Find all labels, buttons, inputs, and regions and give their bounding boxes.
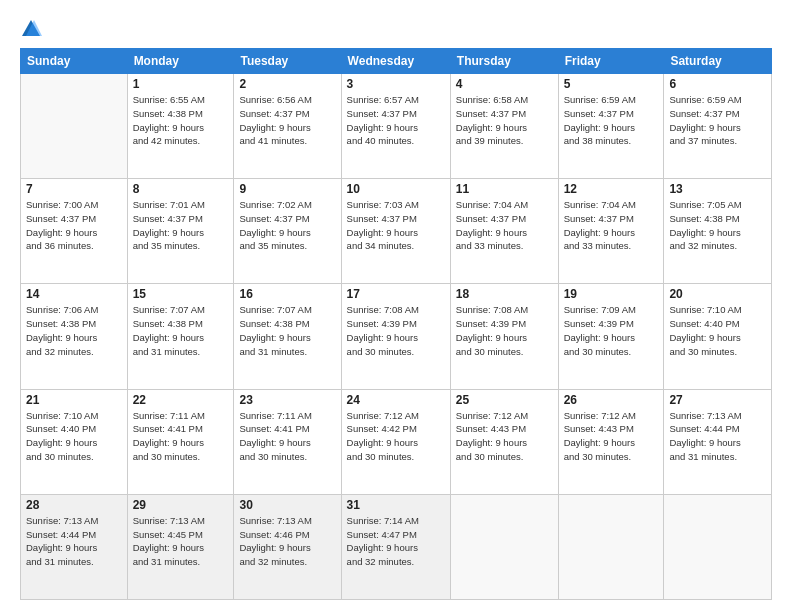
calendar-cell: 26Sunrise: 7:12 AMSunset: 4:43 PMDayligh… bbox=[558, 389, 664, 494]
day-number: 11 bbox=[456, 182, 553, 196]
calendar-cell: 13Sunrise: 7:05 AMSunset: 4:38 PMDayligh… bbox=[664, 179, 772, 284]
day-info: Sunrise: 7:04 AMSunset: 4:37 PMDaylight:… bbox=[564, 198, 659, 253]
day-info: Sunrise: 7:01 AMSunset: 4:37 PMDaylight:… bbox=[133, 198, 229, 253]
day-info: Sunrise: 7:07 AMSunset: 4:38 PMDaylight:… bbox=[239, 303, 335, 358]
day-number: 17 bbox=[347, 287, 445, 301]
calendar-cell: 30Sunrise: 7:13 AMSunset: 4:46 PMDayligh… bbox=[234, 494, 341, 599]
calendar-cell: 14Sunrise: 7:06 AMSunset: 4:38 PMDayligh… bbox=[21, 284, 128, 389]
day-number: 10 bbox=[347, 182, 445, 196]
calendar-cell: 24Sunrise: 7:12 AMSunset: 4:42 PMDayligh… bbox=[341, 389, 450, 494]
day-info: Sunrise: 7:06 AMSunset: 4:38 PMDaylight:… bbox=[26, 303, 122, 358]
day-info: Sunrise: 7:13 AMSunset: 4:44 PMDaylight:… bbox=[26, 514, 122, 569]
day-number: 1 bbox=[133, 77, 229, 91]
day-number: 25 bbox=[456, 393, 553, 407]
day-number: 22 bbox=[133, 393, 229, 407]
day-info: Sunrise: 7:05 AMSunset: 4:38 PMDaylight:… bbox=[669, 198, 766, 253]
calendar-header-friday: Friday bbox=[558, 49, 664, 74]
calendar-week-row: 14Sunrise: 7:06 AMSunset: 4:38 PMDayligh… bbox=[21, 284, 772, 389]
day-number: 4 bbox=[456, 77, 553, 91]
day-number: 9 bbox=[239, 182, 335, 196]
calendar-cell: 15Sunrise: 7:07 AMSunset: 4:38 PMDayligh… bbox=[127, 284, 234, 389]
day-number: 12 bbox=[564, 182, 659, 196]
day-info: Sunrise: 6:56 AMSunset: 4:37 PMDaylight:… bbox=[239, 93, 335, 148]
day-info: Sunrise: 6:59 AMSunset: 4:37 PMDaylight:… bbox=[669, 93, 766, 148]
calendar-cell: 11Sunrise: 7:04 AMSunset: 4:37 PMDayligh… bbox=[450, 179, 558, 284]
day-info: Sunrise: 7:13 AMSunset: 4:44 PMDaylight:… bbox=[669, 409, 766, 464]
day-number: 15 bbox=[133, 287, 229, 301]
day-number: 24 bbox=[347, 393, 445, 407]
calendar-header-thursday: Thursday bbox=[450, 49, 558, 74]
calendar-cell: 17Sunrise: 7:08 AMSunset: 4:39 PMDayligh… bbox=[341, 284, 450, 389]
day-number: 28 bbox=[26, 498, 122, 512]
calendar-cell: 3Sunrise: 6:57 AMSunset: 4:37 PMDaylight… bbox=[341, 74, 450, 179]
calendar-cell: 19Sunrise: 7:09 AMSunset: 4:39 PMDayligh… bbox=[558, 284, 664, 389]
day-info: Sunrise: 6:59 AMSunset: 4:37 PMDaylight:… bbox=[564, 93, 659, 148]
calendar-header-tuesday: Tuesday bbox=[234, 49, 341, 74]
day-number: 14 bbox=[26, 287, 122, 301]
day-number: 8 bbox=[133, 182, 229, 196]
calendar-table: SundayMondayTuesdayWednesdayThursdayFrid… bbox=[20, 48, 772, 600]
calendar-week-row: 28Sunrise: 7:13 AMSunset: 4:44 PMDayligh… bbox=[21, 494, 772, 599]
calendar-cell: 10Sunrise: 7:03 AMSunset: 4:37 PMDayligh… bbox=[341, 179, 450, 284]
day-info: Sunrise: 7:00 AMSunset: 4:37 PMDaylight:… bbox=[26, 198, 122, 253]
page: SundayMondayTuesdayWednesdayThursdayFrid… bbox=[0, 0, 792, 612]
calendar-cell: 23Sunrise: 7:11 AMSunset: 4:41 PMDayligh… bbox=[234, 389, 341, 494]
day-info: Sunrise: 7:07 AMSunset: 4:38 PMDaylight:… bbox=[133, 303, 229, 358]
calendar-cell: 21Sunrise: 7:10 AMSunset: 4:40 PMDayligh… bbox=[21, 389, 128, 494]
day-number: 20 bbox=[669, 287, 766, 301]
day-number: 6 bbox=[669, 77, 766, 91]
calendar-cell: 5Sunrise: 6:59 AMSunset: 4:37 PMDaylight… bbox=[558, 74, 664, 179]
day-info: Sunrise: 7:03 AMSunset: 4:37 PMDaylight:… bbox=[347, 198, 445, 253]
calendar-cell: 1Sunrise: 6:55 AMSunset: 4:38 PMDaylight… bbox=[127, 74, 234, 179]
calendar-cell: 6Sunrise: 6:59 AMSunset: 4:37 PMDaylight… bbox=[664, 74, 772, 179]
day-info: Sunrise: 7:12 AMSunset: 4:42 PMDaylight:… bbox=[347, 409, 445, 464]
header bbox=[20, 18, 772, 40]
day-info: Sunrise: 7:11 AMSunset: 4:41 PMDaylight:… bbox=[239, 409, 335, 464]
logo bbox=[20, 18, 44, 40]
calendar-header-sunday: Sunday bbox=[21, 49, 128, 74]
day-info: Sunrise: 7:11 AMSunset: 4:41 PMDaylight:… bbox=[133, 409, 229, 464]
day-number: 18 bbox=[456, 287, 553, 301]
day-info: Sunrise: 7:09 AMSunset: 4:39 PMDaylight:… bbox=[564, 303, 659, 358]
calendar-header-monday: Monday bbox=[127, 49, 234, 74]
day-info: Sunrise: 6:55 AMSunset: 4:38 PMDaylight:… bbox=[133, 93, 229, 148]
calendar-cell: 28Sunrise: 7:13 AMSunset: 4:44 PMDayligh… bbox=[21, 494, 128, 599]
day-info: Sunrise: 7:13 AMSunset: 4:45 PMDaylight:… bbox=[133, 514, 229, 569]
day-number: 3 bbox=[347, 77, 445, 91]
day-number: 27 bbox=[669, 393, 766, 407]
calendar-cell: 22Sunrise: 7:11 AMSunset: 4:41 PMDayligh… bbox=[127, 389, 234, 494]
day-info: Sunrise: 7:13 AMSunset: 4:46 PMDaylight:… bbox=[239, 514, 335, 569]
day-number: 13 bbox=[669, 182, 766, 196]
calendar-cell: 9Sunrise: 7:02 AMSunset: 4:37 PMDaylight… bbox=[234, 179, 341, 284]
calendar-cell bbox=[21, 74, 128, 179]
calendar-header-wednesday: Wednesday bbox=[341, 49, 450, 74]
day-number: 29 bbox=[133, 498, 229, 512]
calendar-cell: 4Sunrise: 6:58 AMSunset: 4:37 PMDaylight… bbox=[450, 74, 558, 179]
day-number: 31 bbox=[347, 498, 445, 512]
day-info: Sunrise: 7:02 AMSunset: 4:37 PMDaylight:… bbox=[239, 198, 335, 253]
day-number: 26 bbox=[564, 393, 659, 407]
calendar-cell bbox=[450, 494, 558, 599]
day-info: Sunrise: 7:12 AMSunset: 4:43 PMDaylight:… bbox=[564, 409, 659, 464]
day-info: Sunrise: 6:58 AMSunset: 4:37 PMDaylight:… bbox=[456, 93, 553, 148]
day-info: Sunrise: 7:14 AMSunset: 4:47 PMDaylight:… bbox=[347, 514, 445, 569]
logo-icon bbox=[20, 18, 42, 40]
calendar-cell bbox=[558, 494, 664, 599]
day-info: Sunrise: 7:04 AMSunset: 4:37 PMDaylight:… bbox=[456, 198, 553, 253]
calendar-cell: 12Sunrise: 7:04 AMSunset: 4:37 PMDayligh… bbox=[558, 179, 664, 284]
day-info: Sunrise: 7:08 AMSunset: 4:39 PMDaylight:… bbox=[347, 303, 445, 358]
calendar-cell bbox=[664, 494, 772, 599]
calendar-cell: 20Sunrise: 7:10 AMSunset: 4:40 PMDayligh… bbox=[664, 284, 772, 389]
day-info: Sunrise: 7:12 AMSunset: 4:43 PMDaylight:… bbox=[456, 409, 553, 464]
calendar-cell: 18Sunrise: 7:08 AMSunset: 4:39 PMDayligh… bbox=[450, 284, 558, 389]
calendar-header-row: SundayMondayTuesdayWednesdayThursdayFrid… bbox=[21, 49, 772, 74]
day-number: 19 bbox=[564, 287, 659, 301]
calendar-cell: 29Sunrise: 7:13 AMSunset: 4:45 PMDayligh… bbox=[127, 494, 234, 599]
calendar-cell: 25Sunrise: 7:12 AMSunset: 4:43 PMDayligh… bbox=[450, 389, 558, 494]
calendar-cell: 31Sunrise: 7:14 AMSunset: 4:47 PMDayligh… bbox=[341, 494, 450, 599]
day-number: 7 bbox=[26, 182, 122, 196]
calendar-cell: 2Sunrise: 6:56 AMSunset: 4:37 PMDaylight… bbox=[234, 74, 341, 179]
day-info: Sunrise: 7:10 AMSunset: 4:40 PMDaylight:… bbox=[26, 409, 122, 464]
day-number: 23 bbox=[239, 393, 335, 407]
calendar-week-row: 7Sunrise: 7:00 AMSunset: 4:37 PMDaylight… bbox=[21, 179, 772, 284]
